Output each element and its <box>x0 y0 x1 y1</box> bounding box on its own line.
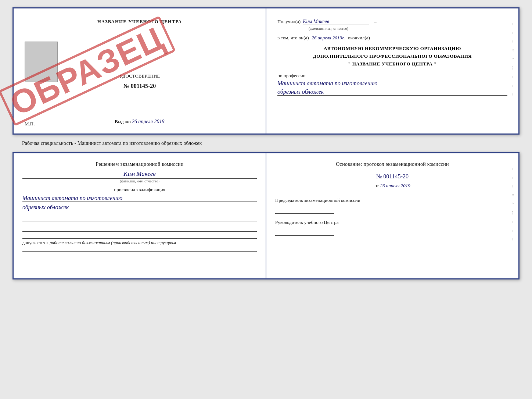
assigned-label: присвоена квалификация <box>22 187 257 193</box>
qualification-value2: обрезных обложек <box>22 204 257 211</box>
date-prefix: от <box>374 183 379 188</box>
org-block: АВТОНОМНУЮ НЕКОММЕРЧЕСКУЮ ОРГАНИЗАЦИЮ ДО… <box>277 45 507 68</box>
cert-label-block: УДОСТОВЕРЕНИЕ <box>25 72 255 79</box>
protocol-date-value: 26 апреля 2019 <box>380 183 410 188</box>
side-decorations-top: – – – и а ‹– – – – <box>511 23 515 96</box>
cert-school-name: НАЗВАНИЕ УЧЕБНОГО ЦЕНТРА <box>25 19 255 25</box>
received-field: Получил(а) Ким Макеев – <box>277 19 507 25</box>
cert-number-block: № 001145-20 <box>25 83 255 89</box>
cert-back-left: Решением экзаменационной комиссии Ким Ма… <box>14 153 266 278</box>
vtom-row: в том, что он(а) 26 апреля 2019г. окончи… <box>277 35 507 41</box>
director-signature-line <box>275 228 334 236</box>
qualification-value1: Машинист автомата по изготовлению <box>22 195 257 202</box>
fio-sub-bottom: (фамилия, имя, отчество) <box>22 178 257 183</box>
protocol-date-row: от 26 апреля 2019 <box>275 183 510 189</box>
cert-front-left: НАЗВАНИЕ УЧЕБНОГО ЦЕНТРА ОБРАЗЕЦ УДОСТОВ… <box>14 8 266 133</box>
photo-placeholder <box>25 42 58 82</box>
cert-front-right: Получил(а) Ким Макеев – (фамилия, имя, о… <box>266 8 518 133</box>
received-label: Получил(а) <box>277 19 301 25</box>
org-line2: ДОПОЛНИТЕЛЬНОГО ПРОФЕССИОНАЛЬНОГО ОБРАЗО… <box>277 53 507 60</box>
cert-number: № 001145-20 <box>123 83 156 89</box>
okончил-label: окончил(а) <box>348 35 370 41</box>
mp-label: М.П. <box>25 121 35 127</box>
director-label: Руководитель учебного Центра <box>275 220 339 225</box>
protocol-number: № 001145-20 <box>275 173 510 180</box>
chairman-block: Председатель экзаменационной комиссии <box>275 197 510 214</box>
decision-heading: Решением экзаменационной комиссии <box>22 161 257 167</box>
allowed-italic: работе согласно должностным (производств… <box>50 240 176 245</box>
document-caption: Рабочая специальность - Машинист автомат… <box>7 140 202 146</box>
org-line1: АВТОНОМНУЮ НЕКОММЕРЧЕСКУЮ ОРГАНИЗАЦИЮ <box>277 45 507 53</box>
basis-heading: Основание: протокол экзаменационной коми… <box>275 161 510 167</box>
issued-label: Выдано 26 апреля 2019 <box>115 119 165 124</box>
profession-value2: обрезных обложек <box>277 89 507 96</box>
chairman-label: Председатель экзаменационной комиссии <box>275 197 360 203</box>
fio-sub-top: (фамилия, имя, отчество) <box>309 26 507 31</box>
profession-label: по профессии <box>277 73 507 79</box>
allowed-prefix: допускается к <box>22 240 48 245</box>
received-name: Ким Макеев <box>303 19 369 25</box>
cert-label: УДОСТОВЕРЕНИЕ <box>119 73 160 79</box>
issued-block: Выдано 26 апреля 2019 <box>25 119 255 125</box>
vtom-date: 26 апреля 2019г. <box>312 35 345 41</box>
side-decorations-bottom: – – – и а ‹– – – – <box>511 168 515 241</box>
director-block: Руководитель учебного Центра <box>275 220 510 236</box>
person-name-cursive: Ким Макеев <box>22 170 257 178</box>
bottom-document-pair: Решением экзаменационной комиссии Ким Ма… <box>12 152 520 279</box>
allowed-text: допускается к работе согласно должностны… <box>22 238 257 246</box>
org-line3: " НАЗВАНИЕ УЧЕБНОГО ЦЕНТРА " <box>277 60 507 68</box>
cert-back-right: Основание: протокол экзаменационной коми… <box>266 153 518 278</box>
profession-value1: Машинист автомата по изготовлению <box>277 80 507 87</box>
top-document-pair: НАЗВАНИЕ УЧЕБНОГО ЦЕНТРА ОБРАЗЕЦ УДОСТОВ… <box>12 7 520 135</box>
issued-date-value: 26 апреля 2019 <box>132 119 164 124</box>
chairman-signature-line <box>275 206 334 214</box>
vtom-label: в том, что он(а) <box>277 35 309 41</box>
